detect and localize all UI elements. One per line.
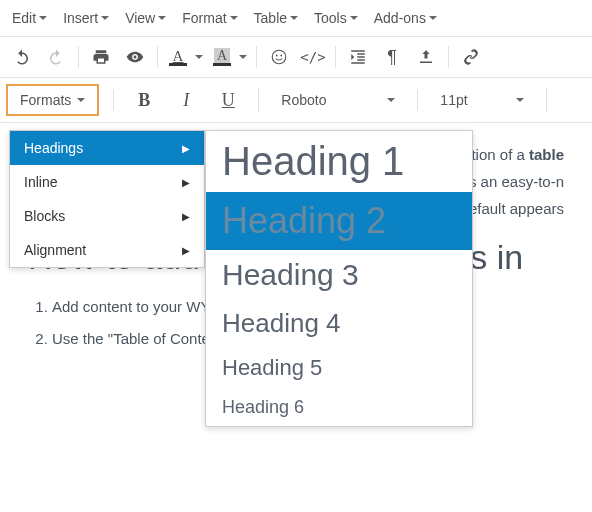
color-bar (169, 63, 187, 66)
chevron-right-icon: ▶ (182, 177, 190, 188)
dropdown-item-alignment[interactable]: Alignment▶ (10, 233, 204, 267)
heading-option-h4[interactable]: Heading 4 (206, 300, 472, 347)
heading-option-h5[interactable]: Heading 5 (206, 347, 472, 389)
separator (546, 89, 547, 111)
formats-dropdown: Headings▶Inline▶Blocks▶Alignment▶ (9, 130, 205, 268)
separator (448, 46, 449, 68)
highlight-color-button[interactable]: A (208, 42, 250, 72)
svg-point-1 (276, 55, 278, 57)
separator (113, 89, 114, 111)
italic-button[interactable]: I (170, 85, 202, 115)
toolbar-1: A A </> ¶ (0, 37, 592, 78)
font-family-select[interactable]: Roboto (273, 86, 403, 114)
heading-option-h3[interactable]: Heading 3 (206, 250, 472, 300)
highlight-icon: A (214, 48, 230, 65)
smile-icon (270, 48, 288, 66)
pilcrow-button[interactable]: ¶ (376, 42, 408, 72)
menu-addons[interactable]: Add-ons (366, 6, 445, 30)
menu-view[interactable]: View (117, 6, 174, 30)
print-icon (92, 48, 110, 66)
code-icon: </> (300, 49, 325, 65)
chevron-right-icon: ▶ (182, 143, 190, 154)
separator (258, 89, 259, 111)
caret-down-icon (195, 55, 203, 59)
upload-icon (417, 48, 435, 66)
caret-down-icon (350, 16, 358, 20)
menu-insert[interactable]: Insert (55, 6, 117, 30)
formats-button[interactable]: Formats (6, 84, 99, 116)
menubar: Edit Insert View Format Table Tools Add-… (0, 0, 592, 37)
caret-down-icon (239, 55, 247, 59)
upload-button[interactable] (410, 42, 442, 72)
font-family-value: Roboto (281, 92, 326, 108)
font-size-select[interactable]: 11pt (432, 86, 532, 114)
separator (157, 46, 158, 68)
indent-icon (349, 48, 367, 66)
caret-down-icon (101, 16, 109, 20)
eye-icon (126, 48, 144, 66)
toolbar-2: Formats B I U Roboto 11pt (0, 78, 592, 123)
underline-button[interactable]: U (212, 85, 244, 115)
svg-point-2 (280, 55, 282, 57)
separator (78, 46, 79, 68)
pilcrow-icon: ¶ (387, 47, 397, 68)
heading-option-h6[interactable]: Heading 6 (206, 389, 472, 426)
dropdown-item-blocks[interactable]: Blocks▶ (10, 199, 204, 233)
caret-down-icon (290, 16, 298, 20)
caret-down-icon (429, 16, 437, 20)
text-color-button[interactable]: A (164, 42, 206, 72)
redo-icon (47, 48, 65, 66)
caret-down-icon (158, 16, 166, 20)
font-size-value: 11pt (440, 92, 467, 108)
heading-option-h2[interactable]: Heading 2 (206, 192, 472, 250)
heading-option-h1[interactable]: Heading 1 (206, 131, 472, 192)
dropdown-item-inline[interactable]: Inline▶ (10, 165, 204, 199)
separator (417, 89, 418, 111)
formats-label: Formats (20, 92, 71, 108)
code-view-button[interactable]: </> (297, 42, 329, 72)
link-icon (462, 48, 480, 66)
separator (335, 46, 336, 68)
emoji-button[interactable] (263, 42, 295, 72)
dropdown-item-headings[interactable]: Headings▶ (10, 131, 204, 165)
bold-button[interactable]: B (128, 85, 160, 115)
caret-down-icon (516, 98, 524, 102)
undo-button[interactable] (6, 42, 38, 72)
redo-button[interactable] (40, 42, 72, 72)
chevron-right-icon: ▶ (182, 245, 190, 256)
headings-submenu: Heading 1Heading 2Heading 3Heading 4Head… (205, 130, 473, 427)
undo-icon (13, 48, 31, 66)
print-button[interactable] (85, 42, 117, 72)
caret-down-icon (39, 16, 47, 20)
chevron-right-icon: ▶ (182, 211, 190, 222)
svg-point-0 (272, 50, 286, 64)
menu-edit[interactable]: Edit (4, 6, 55, 30)
preview-button[interactable] (119, 42, 151, 72)
menu-table[interactable]: Table (246, 6, 306, 30)
caret-down-icon (230, 16, 238, 20)
caret-down-icon (387, 98, 395, 102)
link-button[interactable] (455, 42, 487, 72)
indent-button[interactable] (342, 42, 374, 72)
caret-down-icon (77, 98, 85, 102)
separator (256, 46, 257, 68)
text-color-icon: A (173, 49, 184, 64)
menu-tools[interactable]: Tools (306, 6, 366, 30)
color-bar (213, 63, 231, 66)
menu-format[interactable]: Format (174, 6, 245, 30)
